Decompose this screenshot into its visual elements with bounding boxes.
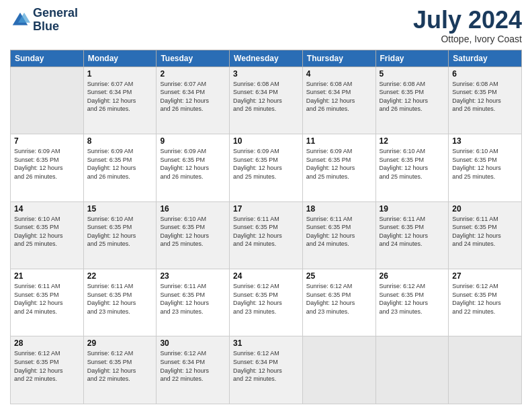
daylight-text: Daylight: 12 hoursand 26 minutes. (87, 165, 136, 180)
sunrise-text: Sunrise: 6:07 AM (160, 81, 206, 87)
day-number: 5 (380, 69, 445, 79)
logo-text: General Blue (33, 7, 78, 34)
sunset-text: Sunset: 6:35 PM (160, 224, 205, 230)
daylight-text: Daylight: 12 hoursand 25 minutes. (306, 165, 355, 180)
daylight-text: Daylight: 12 hoursand 26 minutes. (14, 165, 63, 180)
day-info: Sunrise: 6:08 AMSunset: 6:34 PMDaylight:… (233, 80, 299, 113)
calendar-cell: 17Sunrise: 6:11 AMSunset: 6:35 PMDayligh… (230, 201, 303, 269)
daylight-text: Daylight: 12 hoursand 24 minutes. (306, 232, 355, 248)
logo-icon (10, 10, 30, 30)
day-info: Sunrise: 6:09 AMSunset: 6:35 PMDaylight:… (306, 147, 372, 181)
sunset-text: Sunset: 6:35 PM (452, 89, 497, 95)
weekday-header: Monday (83, 50, 157, 66)
day-number: 13 (452, 136, 518, 146)
sunrise-text: Sunrise: 6:12 AM (160, 350, 206, 357)
sunset-text: Sunset: 6:34 PM (160, 359, 205, 365)
calendar-cell: 2Sunrise: 6:07 AMSunset: 6:34 PMDaylight… (157, 66, 230, 134)
weekday-header: Thursday (302, 50, 375, 66)
sunrise-text: Sunrise: 6:12 AM (233, 283, 279, 289)
day-number: 9 (160, 136, 226, 146)
sunset-text: Sunset: 6:35 PM (87, 224, 132, 230)
daylight-text: Daylight: 12 hoursand 22 minutes. (87, 367, 136, 383)
sunrise-text: Sunrise: 6:12 AM (380, 283, 426, 289)
calendar-cell: 16Sunrise: 6:10 AMSunset: 6:35 PMDayligh… (157, 201, 230, 269)
sunset-text: Sunset: 6:35 PM (87, 359, 132, 365)
calendar-cell: 3Sunrise: 6:08 AMSunset: 6:34 PMDaylight… (230, 66, 303, 134)
calendar: SundayMondayTuesdayWednesdayThursdayFrid… (10, 50, 522, 404)
sunset-text: Sunset: 6:35 PM (233, 224, 278, 230)
calendar-cell: 13Sunrise: 6:10 AMSunset: 6:35 PMDayligh… (449, 134, 522, 201)
day-number: 12 (380, 136, 445, 146)
sunrise-text: Sunrise: 6:12 AM (306, 283, 353, 289)
sunrise-text: Sunrise: 6:09 AM (306, 148, 353, 154)
sunrise-text: Sunrise: 6:12 AM (87, 350, 134, 357)
calendar-week-row: 28Sunrise: 6:12 AMSunset: 6:35 PMDayligh… (11, 336, 522, 404)
daylight-text: Daylight: 12 hoursand 25 minutes. (452, 165, 501, 180)
day-number: 28 (14, 338, 80, 348)
day-info: Sunrise: 6:08 AMSunset: 6:35 PMDaylight:… (452, 80, 518, 113)
day-number: 22 (87, 271, 153, 281)
calendar-cell: 9Sunrise: 6:09 AMSunset: 6:35 PMDaylight… (157, 134, 230, 201)
calendar-cell: 10Sunrise: 6:09 AMSunset: 6:35 PMDayligh… (230, 134, 303, 201)
sunset-text: Sunset: 6:35 PM (87, 156, 132, 163)
calendar-cell: 28Sunrise: 6:12 AMSunset: 6:35 PMDayligh… (11, 336, 84, 404)
calendar-week-row: 7Sunrise: 6:09 AMSunset: 6:35 PMDaylight… (11, 134, 522, 201)
day-info: Sunrise: 6:11 AMSunset: 6:35 PMDaylight:… (452, 215, 518, 248)
daylight-text: Daylight: 12 hoursand 26 minutes. (452, 97, 501, 113)
sunset-text: Sunset: 6:35 PM (233, 291, 278, 298)
day-info: Sunrise: 6:12 AMSunset: 6:35 PMDaylight:… (87, 349, 153, 383)
sunrise-text: Sunrise: 6:11 AM (452, 216, 498, 222)
daylight-text: Daylight: 12 hoursand 25 minutes. (233, 165, 282, 180)
calendar-cell (449, 336, 522, 404)
sunset-text: Sunset: 6:35 PM (452, 291, 497, 298)
calendar-cell: 11Sunrise: 6:09 AMSunset: 6:35 PMDayligh… (302, 134, 375, 201)
subtitle: Ottope, Ivory Coast (413, 34, 522, 44)
sunset-text: Sunset: 6:35 PM (380, 291, 425, 298)
day-info: Sunrise: 6:12 AMSunset: 6:34 PMDaylight:… (160, 349, 226, 383)
day-number: 24 (233, 271, 299, 281)
day-info: Sunrise: 6:09 AMSunset: 6:35 PMDaylight:… (233, 147, 299, 181)
day-info: Sunrise: 6:10 AMSunset: 6:35 PMDaylight:… (160, 215, 226, 248)
daylight-text: Daylight: 12 hoursand 25 minutes. (380, 165, 429, 180)
weekday-header: Saturday (449, 50, 522, 66)
daylight-text: Daylight: 12 hoursand 24 minutes. (14, 300, 63, 315)
sunrise-text: Sunrise: 6:08 AM (452, 81, 498, 87)
sunset-text: Sunset: 6:35 PM (380, 89, 425, 95)
daylight-text: Daylight: 12 hoursand 26 minutes. (160, 97, 209, 113)
calendar-cell: 18Sunrise: 6:11 AMSunset: 6:35 PMDayligh… (302, 201, 375, 269)
daylight-text: Daylight: 12 hoursand 25 minutes. (87, 232, 136, 248)
day-number: 11 (306, 136, 372, 146)
calendar-cell: 24Sunrise: 6:12 AMSunset: 6:35 PMDayligh… (230, 269, 303, 336)
calendar-cell: 23Sunrise: 6:11 AMSunset: 6:35 PMDayligh… (157, 269, 230, 336)
calendar-cell: 30Sunrise: 6:12 AMSunset: 6:34 PMDayligh… (157, 336, 230, 404)
calendar-body: 1Sunrise: 6:07 AMSunset: 6:34 PMDaylight… (11, 66, 522, 404)
daylight-text: Daylight: 12 hoursand 22 minutes. (452, 300, 501, 315)
day-info: Sunrise: 6:10 AMSunset: 6:35 PMDaylight:… (380, 147, 445, 181)
day-info: Sunrise: 6:10 AMSunset: 6:35 PMDaylight:… (87, 215, 153, 248)
day-number: 30 (160, 338, 226, 348)
sunset-text: Sunset: 6:34 PM (87, 89, 132, 95)
calendar-cell (302, 336, 375, 404)
weekday-header: Sunday (11, 50, 84, 66)
sunset-text: Sunset: 6:34 PM (306, 89, 351, 95)
day-number: 16 (160, 204, 226, 214)
daylight-text: Daylight: 12 hoursand 26 minutes. (160, 165, 209, 180)
calendar-cell: 4Sunrise: 6:08 AMSunset: 6:34 PMDaylight… (302, 66, 375, 134)
sunset-text: Sunset: 6:35 PM (306, 291, 351, 298)
sunset-text: Sunset: 6:35 PM (14, 224, 59, 230)
sunrise-text: Sunrise: 6:11 AM (233, 216, 279, 222)
day-number: 10 (233, 136, 299, 146)
day-info: Sunrise: 6:12 AMSunset: 6:35 PMDaylight:… (380, 282, 445, 316)
day-number: 25 (306, 271, 372, 281)
day-number: 18 (306, 204, 372, 214)
sunrise-text: Sunrise: 6:09 AM (233, 148, 279, 154)
calendar-cell: 15Sunrise: 6:10 AMSunset: 6:35 PMDayligh… (83, 201, 157, 269)
sunset-text: Sunset: 6:35 PM (87, 291, 132, 298)
sunrise-text: Sunrise: 6:11 AM (306, 216, 353, 222)
day-number: 14 (14, 204, 80, 214)
main-title: July 2024 (413, 7, 522, 34)
day-info: Sunrise: 6:09 AMSunset: 6:35 PMDaylight:… (14, 147, 80, 181)
sunrise-text: Sunrise: 6:10 AM (380, 148, 426, 154)
sunrise-text: Sunrise: 6:08 AM (380, 81, 426, 87)
day-number: 17 (233, 204, 299, 214)
